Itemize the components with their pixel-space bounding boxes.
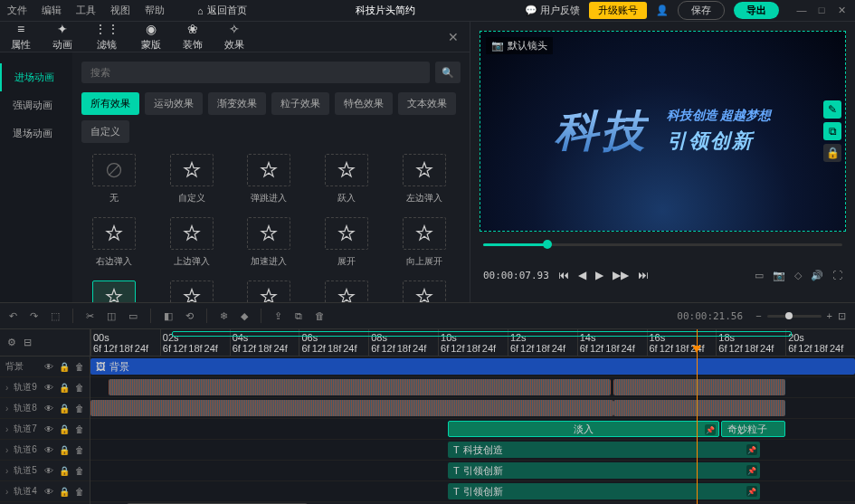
step-back-icon[interactable]: ◀ <box>578 269 586 281</box>
menu-tools[interactable]: 工具 <box>76 4 96 17</box>
range-indicator[interactable] <box>172 331 792 337</box>
pin-icon[interactable]: 📌 <box>746 486 757 497</box>
visibility-icon[interactable]: 👁 <box>44 466 53 476</box>
visibility-icon[interactable]: 👁 <box>44 487 53 497</box>
track-magnet-icon[interactable]: ⊟ <box>24 337 32 348</box>
fullscreen-icon[interactable]: ⛶ <box>832 270 842 281</box>
menu-view[interactable]: 视图 <box>110 4 130 17</box>
track-7[interactable]: 淡入 📌 奇妙粒子 <box>90 419 855 440</box>
trash-icon[interactable]: 🗑 <box>75 424 84 434</box>
quality-icon[interactable]: ◇ <box>794 270 802 281</box>
upgrade-button[interactable]: 升级账号 <box>589 2 647 19</box>
play-icon[interactable]: ▶ <box>595 269 603 281</box>
clip-audio-2[interactable] <box>613 379 785 395</box>
menu-file[interactable]: 文件 <box>7 4 27 17</box>
edit-handle[interactable]: ✎ <box>823 100 841 119</box>
clip-audio-1[interactable] <box>109 379 611 395</box>
side-nav-item[interactable]: 强调动画 <box>0 91 72 119</box>
clip-audio-3[interactable] <box>90 400 613 416</box>
freeze-icon[interactable]: ❄ <box>220 310 228 322</box>
track-label[interactable]: ›轨道6👁🔒🗑 <box>0 440 90 461</box>
maximize-icon[interactable]: □ <box>815 5 828 16</box>
clip-tech-create[interactable]: T 科技创造 📌 <box>448 442 760 458</box>
track-8[interactable] <box>90 398 855 419</box>
replace-icon[interactable]: ⟲ <box>185 310 194 322</box>
lock-icon[interactable]: 🔒 <box>59 487 70 497</box>
side-nav-item[interactable]: 退场动画 <box>0 119 72 147</box>
tab-装饰[interactable]: ❀装饰 <box>183 22 203 52</box>
side-nav-item[interactable]: 进场动画 <box>0 63 72 91</box>
expand-icon[interactable]: › <box>5 383 8 393</box>
minimize-icon[interactable]: — <box>795 5 808 16</box>
search-button[interactable]: 🔍 <box>435 62 461 83</box>
effect-item[interactable]: 向上展开 <box>392 217 457 268</box>
filter-chip[interactable]: 粒子效果 <box>271 92 329 115</box>
clip-lead-innovation-1[interactable]: T 引领创新 📌 <box>448 462 760 479</box>
trash-icon[interactable]: 🗑 <box>75 404 84 414</box>
export-button[interactable]: 导出 <box>734 2 779 19</box>
lock-icon[interactable]: 🔒 <box>59 404 70 414</box>
delete-icon[interactable]: 🗑 <box>315 310 325 321</box>
trash-icon[interactable]: 🗑 <box>75 383 84 393</box>
close-icon[interactable]: ✕ <box>835 5 848 16</box>
save-button[interactable]: 保存 <box>678 1 725 20</box>
effect-item[interactable]: 自定义 <box>159 154 224 204</box>
mask-tool-icon[interactable]: ◧ <box>164 310 173 322</box>
search-input[interactable] <box>81 62 430 83</box>
expand-icon[interactable]: › <box>5 466 8 476</box>
trash-icon[interactable]: 🗑 <box>75 362 84 372</box>
visibility-icon[interactable]: 👁 <box>44 424 53 434</box>
lock-icon[interactable]: 🔒 <box>59 445 70 455</box>
split-icon[interactable]: ✂ <box>86 310 94 322</box>
clip-lead-innovation-2[interactable]: T 引领创新 📌 <box>448 483 760 499</box>
clip-audio-4[interactable] <box>613 400 785 416</box>
select-icon[interactable]: ⬚ <box>51 310 60 322</box>
crop-icon[interactable]: ◫ <box>107 310 116 322</box>
track-bg[interactable]: 🖼 背景 <box>90 357 855 377</box>
copy-icon[interactable]: ⧉ <box>295 310 302 322</box>
effect-item[interactable]: 加速进入 <box>237 217 302 268</box>
trash-icon[interactable]: 🗑 <box>75 445 84 455</box>
menu-edit[interactable]: 编辑 <box>42 4 62 17</box>
track-4[interactable]: T 引领创新 📌 <box>90 481 855 502</box>
expand-icon[interactable]: › <box>5 487 8 497</box>
keyframe-icon[interactable]: ◆ <box>241 310 248 322</box>
expand-icon[interactable]: › <box>5 445 8 455</box>
undo-icon[interactable]: ↶ <box>9 310 17 322</box>
step-forward-icon[interactable]: ▶▶ <box>613 269 629 281</box>
clip-fade-in[interactable]: 淡入 📌 <box>448 421 719 437</box>
filter-chip[interactable]: 所有效果 <box>81 92 139 115</box>
zoom-fit-icon[interactable]: ⊡ <box>838 310 846 322</box>
pin-icon[interactable]: 📌 <box>746 444 757 455</box>
track-label[interactable]: ›轨道8👁🔒🗑 <box>0 398 90 419</box>
lock-handle[interactable]: 🔒 <box>823 144 841 162</box>
feedback-link[interactable]: 💬 用户反馈 <box>525 4 580 17</box>
expand-icon[interactable]: › <box>5 404 8 414</box>
filter-chip[interactable]: 特色效果 <box>335 92 393 115</box>
track-label-bg[interactable]: 背景 👁 🔒 🗑 <box>0 357 90 377</box>
zoom-out-icon[interactable]: − <box>755 310 761 321</box>
track-options-icon[interactable]: ⚙ <box>7 337 16 348</box>
trash-icon[interactable]: 🗑 <box>75 487 84 497</box>
duplicate-handle[interactable]: ⧉ <box>823 122 841 140</box>
preview-scrubber[interactable] <box>483 243 842 246</box>
camera-label[interactable]: 📷 默认镜头 <box>486 37 553 54</box>
effect-item[interactable]: 跃入 <box>314 154 379 204</box>
filter-chip[interactable]: 渐变效果 <box>208 92 266 115</box>
back-home-button[interactable]: ⌂ 返回首页 <box>197 4 247 17</box>
trash-icon[interactable]: 🗑 <box>75 466 84 476</box>
track-label[interactable]: ›轨道4👁🔒🗑 <box>0 481 90 502</box>
lock-icon[interactable]: 🔒 <box>59 424 70 434</box>
zoom-in-icon[interactable]: + <box>827 310 832 321</box>
effect-item[interactable]: 弹跳进入 <box>237 154 302 204</box>
track-5[interactable]: T 引领创新 📌 <box>90 461 855 481</box>
playhead[interactable] <box>697 329 698 504</box>
tab-效果[interactable]: ✧效果 <box>224 22 244 52</box>
redo-icon[interactable]: ↷ <box>30 310 38 322</box>
visibility-icon[interactable]: 👁 <box>44 445 53 455</box>
snapshot-icon[interactable]: 📷 <box>773 270 785 281</box>
visibility-icon[interactable]: 👁 <box>44 404 53 414</box>
filter-chip[interactable]: 运动效果 <box>145 92 203 115</box>
account-icon[interactable]: 👤 <box>656 5 669 16</box>
tab-属性[interactable]: ≡属性 <box>11 22 31 52</box>
